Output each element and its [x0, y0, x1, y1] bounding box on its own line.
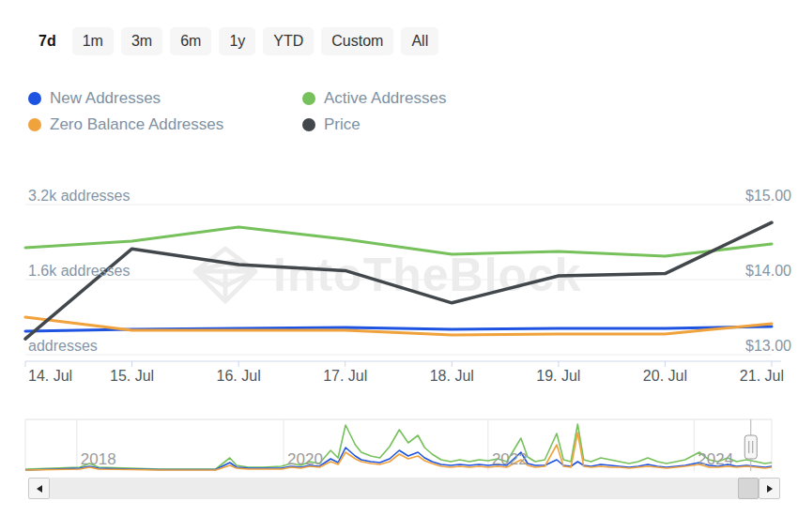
- arrow-left-icon: [37, 485, 42, 493]
- navigator-year-label: 2020: [287, 450, 323, 469]
- x-axis-label: 17. Jul: [323, 368, 367, 385]
- y-axis-right-label: $14.00: [745, 263, 791, 280]
- x-axis-label: 15. Jul: [110, 368, 154, 385]
- y-axis-left-label: addresses: [28, 338, 98, 355]
- x-axis-label: 18. Jul: [430, 368, 474, 385]
- scrollbar-left-button[interactable]: [28, 478, 50, 499]
- scrollbar-right-button[interactable]: [759, 478, 780, 499]
- navigator-chart[interactable]: 2018202020222024: [0, 418, 798, 474]
- x-axis-label: 16. Jul: [217, 368, 261, 385]
- x-axis-label: 21. Jul: [740, 368, 784, 385]
- scrollbar: [28, 478, 780, 499]
- y-axis-right-label: $15.00: [745, 188, 791, 205]
- x-axis-label: 19. Jul: [536, 368, 580, 385]
- x-axis-label: 20. Jul: [643, 368, 687, 385]
- main-chart-svg: [0, 178, 798, 399]
- navigator-year-label: 2018: [81, 450, 116, 469]
- arrow-right-icon: [767, 485, 773, 493]
- navigator-svg: [0, 418, 798, 474]
- navigator-year-label: 2024: [698, 450, 733, 469]
- y-axis-left-label: 1.6k addresses: [28, 263, 130, 280]
- scrollbar-thumb[interactable]: [738, 478, 759, 499]
- navigator-handle[interactable]: [744, 435, 757, 459]
- y-axis-left-label: 3.2k addresses: [28, 188, 130, 205]
- x-axis-label: 14. Jul: [28, 368, 72, 385]
- navigator-year-label: 2022: [492, 450, 528, 469]
- scrollbar-track[interactable]: [50, 478, 759, 499]
- y-axis-right-label: $13.00: [745, 338, 791, 355]
- main-chart[interactable]: IntoTheBlock 3.2k addresses1.6k addresse…: [0, 0, 798, 403]
- intotheblock-addresses-widget: 7d1m3m6m1yYTDCustomAll New AddressesActi…: [0, 0, 798, 532]
